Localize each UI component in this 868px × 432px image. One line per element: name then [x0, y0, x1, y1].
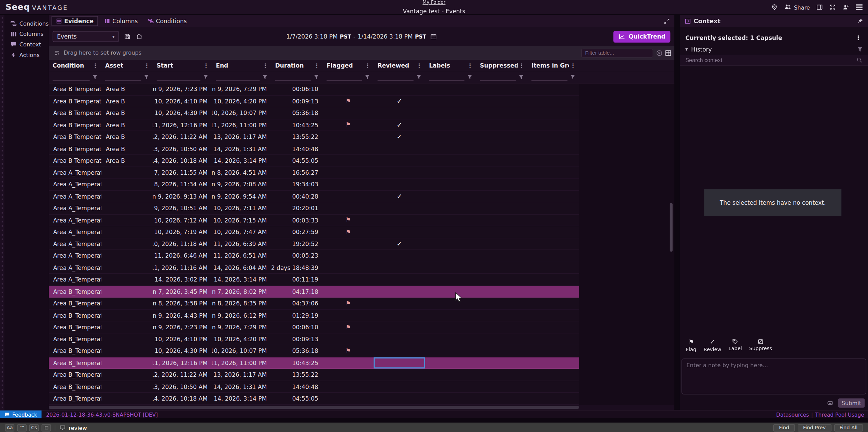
- cell-labels[interactable]: [425, 321, 476, 333]
- filter-funnel-icon[interactable]: [203, 75, 208, 80]
- cell-items-in-group[interactable]: [528, 84, 579, 95]
- cell-start[interactable]: Jan 10, 2026, 4:10 PM: [153, 333, 212, 345]
- cell-labels[interactable]: [425, 96, 476, 107]
- cell-condition[interactable]: Area B Temperature > ...: [49, 84, 101, 95]
- cell-reviewed[interactable]: [374, 309, 425, 321]
- table-row[interactable]: Area B_Temperature ...Jan 7, 2026, 3:45 …: [49, 286, 579, 298]
- cell-duration[interactable]: 04:37:06: [271, 298, 323, 309]
- cell-flagged[interactable]: [323, 179, 374, 190]
- cell-reviewed[interactable]: [374, 357, 425, 368]
- cell-suppressed[interactable]: [476, 321, 528, 333]
- cell-condition[interactable]: Area A_Temperature >...: [49, 238, 101, 249]
- table-row[interactable]: Area B Temperature > ...Area BJan 11, 20…: [49, 119, 579, 131]
- cell-end[interactable]: Jan 14, 2026, 3:14 PM: [212, 393, 271, 404]
- clear-filter-icon[interactable]: [656, 49, 662, 56]
- menu-icon[interactable]: [856, 3, 862, 11]
- cell-condition[interactable]: Area B Temperature > ...: [49, 107, 101, 119]
- cell-suppressed[interactable]: [476, 250, 528, 261]
- cell-duration[interactable]: 14:40:48: [271, 143, 323, 154]
- table-row[interactable]: Area A_Temperature >...Jan 14, 2026, 3:0…: [49, 274, 579, 286]
- cell-asset[interactable]: [101, 202, 153, 214]
- cell-labels[interactable]: [425, 262, 476, 273]
- cell-end[interactable]: Jan 10, 2026, 10:07 PM: [212, 345, 271, 357]
- cell-labels[interactable]: [425, 381, 476, 392]
- cell-items-in-group[interactable]: [528, 274, 579, 285]
- cell-suppressed[interactable]: [476, 309, 528, 321]
- layout-panels-icon[interactable]: [816, 4, 823, 10]
- column-menu-icon[interactable]: ⋮: [466, 62, 474, 68]
- cell-start[interactable]: Jan 9, 2026, 7:23 PM: [153, 84, 212, 95]
- column-menu-icon[interactable]: ⋮: [202, 62, 210, 68]
- cell-condition[interactable]: Area A_Temperature >...: [49, 250, 101, 261]
- cell-asset[interactable]: Area B: [101, 84, 153, 95]
- table-row[interactable]: Area A_Temperature >...Jan 10, 2026, 7:1…: [49, 226, 579, 238]
- cell-suppressed[interactable]: [476, 214, 528, 226]
- calendar-icon[interactable]: [430, 33, 436, 40]
- cell-suppressed[interactable]: [476, 369, 528, 380]
- find-input[interactable]: [69, 424, 301, 431]
- cell-asset[interactable]: [101, 393, 153, 404]
- cell-start[interactable]: Jan 14, 2026, 10:18 AM: [153, 155, 212, 166]
- cell-start[interactable]: Jan 9, 2026, 10:51 AM: [153, 202, 212, 214]
- column-filter-asset[interactable]: [101, 71, 153, 83]
- cell-reviewed[interactable]: [374, 369, 425, 380]
- column-header-start[interactable]: Start⋮: [153, 60, 212, 71]
- cell-asset[interactable]: [101, 321, 153, 333]
- invite-user-icon[interactable]: [842, 4, 850, 10]
- cell-asset[interactable]: [101, 333, 153, 345]
- find-prev-button[interactable]: Find Prev: [797, 424, 831, 431]
- history-section-header[interactable]: ▾ History: [680, 44, 868, 55]
- cell-duration[interactable]: 00:09:13: [271, 333, 323, 345]
- context-search[interactable]: [680, 55, 868, 66]
- cell-duration[interactable]: 10:43:25: [271, 357, 323, 368]
- cell-suppressed[interactable]: [476, 393, 528, 404]
- cell-reviewed[interactable]: [374, 167, 425, 178]
- cell-labels[interactable]: [425, 119, 476, 130]
- cell-end[interactable]: Jan 14, 2026, 3:14 PM: [212, 274, 271, 285]
- panel-divider[interactable]: [674, 15, 680, 410]
- cell-asset[interactable]: Area B: [101, 155, 153, 166]
- cell-flagged[interactable]: ⚑: [323, 119, 374, 130]
- column-header-asset[interactable]: Asset⋮: [101, 60, 153, 71]
- cell-labels[interactable]: [425, 274, 476, 285]
- cell-end[interactable]: Jan 11, 2026, 11:00 PM: [212, 119, 271, 130]
- cell-asset[interactable]: Area B: [101, 119, 153, 130]
- cell-items-in-group[interactable]: [528, 262, 579, 273]
- table-row[interactable]: Area B_Temperature ...Jan 10, 2026, 4:30…: [49, 345, 579, 357]
- table-row[interactable]: Area B_Temperature ...Jan 9, 2026, 4:43 …: [49, 309, 579, 321]
- screen-icon[interactable]: [59, 424, 66, 431]
- cell-flagged[interactable]: [323, 286, 374, 297]
- cell-start[interactable]: Jan 8, 2026, 3:58 PM: [153, 298, 212, 309]
- table-row[interactable]: Area A_Temperature >...Jan 9, 2026, 9:13…: [49, 191, 579, 203]
- date-range-start[interactable]: 1/7/2026 3:18 PM: [286, 33, 337, 40]
- cell-reviewed[interactable]: [374, 274, 425, 285]
- vertical-scrollbar[interactable]: [670, 203, 673, 252]
- quicktrend-button[interactable]: QuickTrend: [614, 31, 670, 42]
- table-row[interactable]: Area B_Temperature ...Jan 14, 2026, 10:1…: [49, 393, 579, 405]
- table-row[interactable]: Area A_Temperature >...Jan 7, 2026, 11:5…: [49, 167, 579, 179]
- filter-funnel-icon[interactable]: [467, 75, 472, 80]
- cell-reviewed[interactable]: [374, 226, 425, 237]
- cell-reviewed[interactable]: [374, 143, 425, 154]
- cell-labels[interactable]: [425, 250, 476, 261]
- cell-suppressed[interactable]: [476, 107, 528, 119]
- cell-asset[interactable]: [101, 298, 153, 309]
- cell-duration[interactable]: 13:55:22: [271, 131, 323, 142]
- cell-suppressed[interactable]: [476, 131, 528, 142]
- match-case-toggle[interactable]: Aa: [5, 424, 15, 431]
- cell-flagged[interactable]: [323, 357, 374, 368]
- filter-funnel-icon[interactable]: [314, 75, 319, 80]
- cell-reviewed[interactable]: [374, 393, 425, 404]
- column-filter-suppressed[interactable]: [476, 71, 528, 83]
- cell-condition[interactable]: Area B_Temperature ...: [49, 369, 101, 380]
- cell-reviewed[interactable]: [374, 345, 425, 357]
- row-group-bar[interactable]: Drag here to set row groups: [49, 46, 674, 60]
- filter-funnel-icon[interactable]: [144, 75, 149, 80]
- cell-reviewed[interactable]: [374, 155, 425, 166]
- date-range-end[interactable]: 1/14/2026 3:18 PM: [358, 33, 412, 40]
- cell-items-in-group[interactable]: [528, 96, 579, 107]
- cell-end[interactable]: Jan 10, 2026, 4:20 PM: [212, 96, 271, 107]
- expand-arrows-icon[interactable]: [829, 4, 836, 10]
- cell-start[interactable]: Jan 10, 2026, 4:30 PM: [153, 345, 212, 357]
- table-row[interactable]: Area B Temperature > ...Area BJan 12, 20…: [49, 131, 579, 143]
